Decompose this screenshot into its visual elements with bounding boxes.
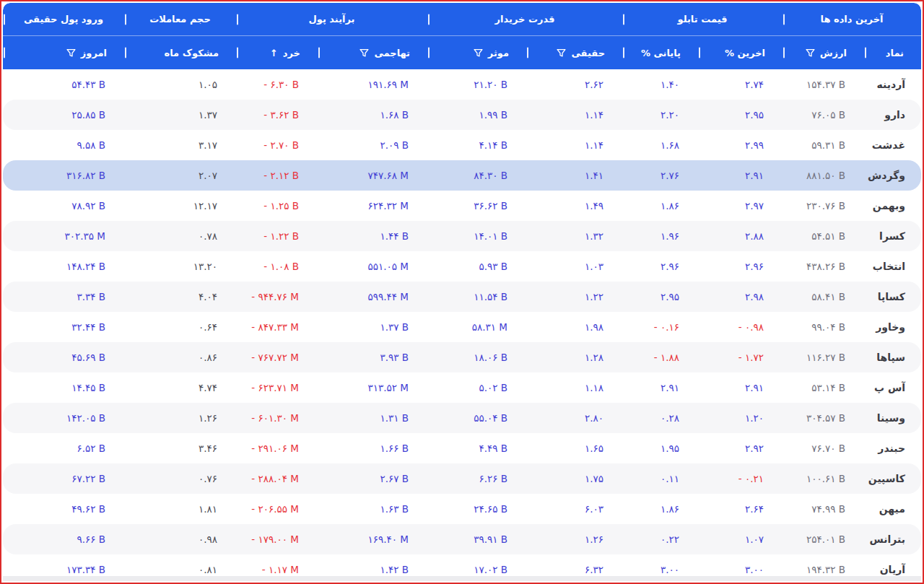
column-separator — [237, 14, 238, 25]
aggressive-cell: ۱.۳۷ B — [318, 312, 427, 342]
group-header-label: قدرت خریدار — [495, 14, 555, 25]
real-cell: ۱.۰۳ — [526, 251, 622, 282]
table-row[interactable]: وگردش۸۸۱.۵۰ B۲.۹۱۲.۷۶۱.۴۱۸۴.۳۰ B۷۴۷.۶۸ M… — [3, 160, 921, 191]
today-cell: ۹.۵۸ B — [3, 130, 124, 160]
suspicious_month-cell: ۰.۷۸ — [124, 221, 236, 251]
table-row[interactable]: سپاها۱۱۶.۲۷ B- ۱.۷۲- ۱.۸۸۱.۲۸۱۸.۰۶ B۳.۹۳… — [3, 342, 921, 372]
column-header-symbol[interactable]: نماد — [864, 36, 921, 69]
today-cell: ۷۸.۹۲ B — [3, 191, 124, 221]
group-header-label: برآیند پول — [309, 14, 355, 25]
real-cell: ۱.۴۹ — [526, 191, 622, 221]
group-header-label: حجم معاملات — [149, 14, 211, 25]
last_pct-cell: ۲.۹۱ — [698, 160, 783, 191]
effective-cell: ۲۱.۲۰ B — [427, 69, 526, 100]
effective-cell: ۱۴.۰۱ B — [427, 221, 526, 251]
symbol-cell: سپاها — [864, 342, 921, 372]
column-header-label: تهاجمی — [374, 48, 410, 58]
last_pct-cell: ۲.۹۹ — [698, 130, 783, 160]
today-cell: ۱۴۸.۲۴ B — [3, 251, 124, 282]
suspicious_month-cell: ۰.۷۶ — [124, 463, 236, 494]
filter-icon[interactable] — [474, 48, 483, 58]
filter-icon[interactable] — [359, 48, 369, 58]
table-row[interactable]: کاسپین۱۰۰.۶۱ B- ۰.۲۱۰.۱۱۱.۷۵۶.۲۶ B۲.۶۷ B… — [3, 463, 921, 494]
value-cell: ۲۵۴.۰۱ B — [783, 524, 864, 554]
close_pct-cell: ۲.۹۶ — [622, 251, 698, 282]
retail-cell: - ۱.۲۲ B — [236, 221, 318, 251]
value-cell: ۵۸.۴۱ B — [783, 282, 864, 312]
sort-ascending-icon[interactable]: ↑ — [270, 48, 278, 58]
column-separator — [623, 14, 624, 25]
effective-cell: ۱.۹۹ B — [427, 100, 526, 130]
real-cell: ۲.۶۲ — [526, 69, 622, 100]
last_pct-cell: ۲.۷۴ — [698, 69, 783, 100]
close_pct-cell: ۱.۶۸ — [622, 130, 698, 160]
column-header-retail[interactable]: خرد↑ — [236, 36, 318, 69]
value-cell: ۱۵۴.۳۷ B — [783, 69, 864, 100]
table-row[interactable]: انتخاب۴۳۸.۲۶ B۲.۹۶۲.۹۶۱.۰۳۵.۹۳ B۵۵۱.۰۵ M… — [3, 251, 921, 282]
last_pct-cell: ۲.۹۱ — [698, 372, 783, 403]
real-cell: ۱.۳۲ — [526, 221, 622, 251]
table-row[interactable]: حبندر۷۶.۷۰ B۲.۹۲۱.۹۵۱.۶۵۴.۴۹ B۱.۶۶ B- ۲۹… — [3, 433, 921, 463]
symbol-cell: آردینه — [864, 69, 921, 100]
aggressive-cell: ۱۶۹.۴۰ M — [318, 524, 427, 554]
retail-cell: - ۲۰۶.۵۵ M — [236, 494, 318, 524]
table-row[interactable]: کساپا۵۸.۴۱ B۲.۹۸۲.۹۵۱.۲۲۱۱.۵۴ B۵۹۹.۴۴ M-… — [3, 282, 921, 312]
column-separator — [318, 48, 320, 58]
table-row[interactable]: آردینه۱۵۴.۳۷ B۲.۷۴۱.۴۰۲.۶۲۲۱.۲۰ B۱۹۱.۶۹ … — [3, 69, 921, 100]
retail-cell: - ۱.۲۵ B — [236, 191, 318, 221]
group-header-5: ورود پول حقیقی — [3, 3, 124, 35]
table-body: آردینه۱۵۴.۳۷ B۲.۷۴۱.۴۰۲.۶۲۲۱.۲۰ B۱۹۱.۶۹ … — [3, 69, 921, 581]
column-separator — [428, 48, 430, 58]
table-row[interactable]: کسرا۵۴.۵۱ B۲.۸۸۱.۹۶۱.۳۲۱۴.۰۱ B۱.۴۴ B- ۱.… — [3, 221, 921, 251]
value-cell: ۷۶.۰۵ B — [783, 100, 864, 130]
filter-icon[interactable] — [557, 48, 566, 58]
last_pct-cell: - ۰.۹۸ — [698, 312, 783, 342]
suspicious_month-cell: ۳.۴۶ — [124, 433, 236, 463]
column-header-last_pct[interactable]: اخرین % — [698, 36, 783, 69]
real-cell: ۱.۴۱ — [526, 160, 622, 191]
table-header: آخرین داده هاقیمت تابلوقدرت خریداربرآیند… — [3, 3, 921, 69]
table-row[interactable]: بترانس۲۵۴.۰۱ B۱.۰۷۰.۲۲۱.۲۶۳۹.۹۱ B۱۶۹.۴۰ … — [3, 524, 921, 554]
suspicious_month-cell: ۳.۱۷ — [124, 130, 236, 160]
column-separator — [125, 14, 126, 25]
column-separator — [125, 48, 126, 58]
today-cell: ۳۲.۴۴ B — [3, 312, 124, 342]
column-header-aggressive[interactable]: تهاجمی — [318, 36, 427, 69]
last_pct-cell: ۲.۹۵ — [698, 100, 783, 130]
close_pct-cell: ۰.۱۱ — [622, 463, 698, 494]
symbol-cell: کساپا — [864, 282, 921, 312]
retail-cell: - ۳.۶۲ B — [236, 100, 318, 130]
column-header-today[interactable]: امروز — [3, 36, 124, 69]
table-row[interactable]: دارو۷۶.۰۵ B۲.۹۵۲.۲۰۱.۱۴۱.۹۹ B۱.۶۸ B- ۳.۶… — [3, 100, 921, 130]
table-row[interactable]: میهن۷۴.۹۹ B۲.۶۴۱.۸۶۶.۰۳۲۴.۶۵ B۱.۶۳ B- ۲۰… — [3, 494, 921, 524]
table-row[interactable]: آس پ۵۳.۱۴ B۲.۹۱۲.۹۱۱.۱۸۵.۰۲ B۳۱۳.۵۲ M- ۶… — [3, 372, 921, 403]
table-row[interactable]: غدشت۵۹.۳۱ B۲.۹۹۱.۶۸۱.۱۴۴.۱۴ B۲.۰۹ B- ۲.۷… — [3, 130, 921, 160]
close_pct-cell: ۱.۹۵ — [622, 433, 698, 463]
real-cell: ۱.۹۸ — [526, 312, 622, 342]
symbol-cell: وگردش — [864, 160, 921, 191]
column-header-label: پایانی % — [641, 48, 681, 58]
column-header-value[interactable]: ارزش — [783, 36, 864, 69]
value-cell: ۴۳۸.۲۶ B — [783, 251, 864, 282]
retail-cell: - ۷۶۷.۷۲ M — [236, 342, 318, 372]
filter-icon[interactable] — [806, 48, 815, 58]
horizontal-scrollbar[interactable] — [3, 576, 921, 581]
aggressive-cell: ۵۹۹.۴۴ M — [318, 282, 427, 312]
suspicious_month-cell: ۴.۰۴ — [124, 282, 236, 312]
column-header-close_pct[interactable]: پایانی % — [622, 36, 698, 69]
aggressive-cell: ۳۱۳.۵۲ M — [318, 372, 427, 403]
group-header-1: قیمت تابلو — [622, 3, 783, 35]
table-row[interactable]: وسینا۳۰۴.۵۷ B۱.۲۰۰.۲۸۲.۸۰۵۵.۰۴ B۱.۳۱ B- … — [3, 403, 921, 433]
suspicious_month-cell: ۱.۸۱ — [124, 494, 236, 524]
column-header-suspicious_month[interactable]: مشکوک ماه — [124, 36, 236, 69]
column-header-label: حقیقی — [571, 48, 605, 58]
table-row[interactable]: وبهمن۲۳۰.۷۶ B۲.۹۷۱.۸۶۱.۴۹۳۶.۶۲ B۶۲۴.۳۲ M… — [3, 191, 921, 221]
close_pct-cell: ۰.۲۲ — [622, 524, 698, 554]
last_pct-cell: ۱.۲۰ — [698, 403, 783, 433]
retail-cell: - ۲۹۱.۰۶ M — [236, 433, 318, 463]
table-row[interactable]: وخاور۹۹.۰۴ B- ۰.۹۸- ۰.۱۶۱.۹۸۵۸.۳۱ M۱.۳۷ … — [3, 312, 921, 342]
filter-icon[interactable] — [66, 48, 76, 58]
effective-cell: ۵۸.۳۱ M — [427, 312, 526, 342]
column-header-effective[interactable]: موثر — [427, 36, 526, 69]
column-header-real[interactable]: حقیقی — [526, 36, 622, 69]
